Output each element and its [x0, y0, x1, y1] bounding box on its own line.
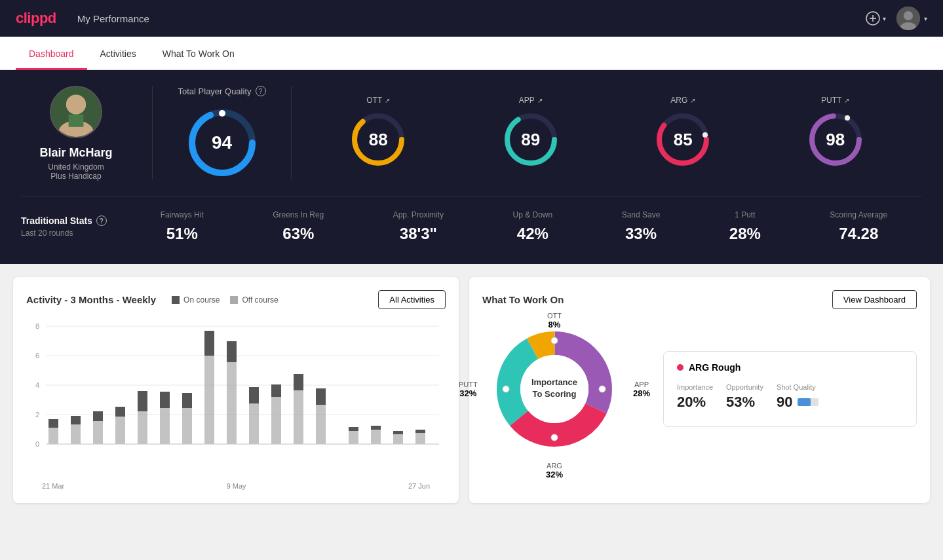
- tab-activities[interactable]: Activities: [87, 37, 149, 70]
- svg-point-19: [702, 132, 708, 138]
- x-label-3: 27 Jun: [408, 482, 430, 490]
- x-label-1: 21 Mar: [42, 482, 64, 490]
- donut-label-app: APP 28%: [633, 381, 650, 398]
- view-dashboard-button[interactable]: View Dashboard: [832, 290, 917, 309]
- svg-rect-53: [249, 403, 259, 444]
- donut-label-arg: ARG 32%: [546, 462, 563, 479]
- svg-rect-55: [271, 397, 281, 444]
- svg-rect-38: [71, 416, 81, 424]
- app-ring: 89: [501, 110, 560, 169]
- shot-quality-bar: [798, 398, 818, 406]
- ott-label: OTT ↗: [366, 96, 390, 105]
- total-quality-label: Total Player Quality ?: [178, 86, 266, 96]
- all-activities-button[interactable]: All Activities: [378, 290, 446, 309]
- svg-rect-41: [115, 417, 125, 444]
- svg-point-22: [845, 115, 850, 121]
- svg-rect-54: [249, 387, 259, 403]
- stat-fairways: Fairways Hit 51%: [161, 210, 204, 243]
- hero-top: Blair McHarg United Kingdom Plus Handica…: [21, 86, 922, 181]
- svg-point-79: [551, 434, 558, 441]
- svg-text:To Scoring: To Scoring: [533, 389, 577, 399]
- stat-updown-label: Up & Down: [513, 210, 553, 219]
- tab-dashboard[interactable]: Dashboard: [16, 37, 87, 70]
- logo: clippd: [16, 10, 56, 27]
- svg-point-7: [66, 94, 86, 114]
- shot-quality-bar-fill: [798, 398, 810, 406]
- total-quality-info-icon[interactable]: ?: [256, 86, 266, 96]
- user-menu[interactable]: ▾: [896, 7, 927, 30]
- svg-rect-61: [349, 431, 358, 444]
- metric-importance: Importance 20%: [677, 383, 713, 411]
- app-value: 89: [521, 130, 540, 150]
- nav-tabs: Dashboard Activities What To Work On: [0, 37, 943, 70]
- total-quality-ring: 94: [186, 107, 258, 179]
- hero-section: Blair McHarg United Kingdom Plus Handica…: [0, 70, 943, 264]
- svg-rect-43: [138, 411, 147, 444]
- avatar-chevron: ▾: [924, 15, 927, 22]
- svg-rect-48: [182, 393, 192, 408]
- sub-score-ott: OTT ↗ 88: [349, 96, 408, 169]
- legend-on-course: On course: [172, 295, 220, 305]
- header-title: My Performance: [77, 13, 149, 24]
- ts-info-icon[interactable]: ?: [96, 215, 107, 226]
- add-button[interactable]: ▾: [866, 11, 886, 26]
- svg-rect-57: [294, 390, 303, 444]
- svg-rect-39: [93, 421, 103, 444]
- metric-opportunity: Opportunity 53%: [726, 383, 763, 411]
- arg-value: 85: [674, 130, 693, 150]
- svg-rect-45: [160, 408, 170, 444]
- wtwo-title: What To Work On: [482, 294, 564, 305]
- stat-sandsave: Sand Save 33%: [622, 210, 661, 243]
- x-label-2: 9 May: [227, 482, 246, 490]
- tab-what-to-work-on[interactable]: What To Work On: [149, 37, 248, 70]
- svg-rect-66: [393, 431, 403, 434]
- svg-rect-37: [71, 424, 81, 444]
- svg-point-78: [599, 386, 606, 392]
- legend-off-course: Off course: [230, 295, 278, 305]
- putt-label: PUTT ↗: [821, 96, 849, 105]
- total-quality: Total Player Quality ? 94: [174, 86, 292, 179]
- sub-score-app: APP ↗ 89: [501, 96, 560, 169]
- svg-rect-62: [349, 427, 358, 431]
- activity-chart-title: Activity - 3 Months - Weekly: [26, 294, 156, 305]
- ts-period: Last 20 rounds: [21, 229, 126, 238]
- player-country: United Kingdom: [48, 162, 104, 172]
- player-handicap: Plus Handicap: [50, 172, 101, 181]
- player-avatar: [50, 86, 102, 138]
- putt-value: 98: [826, 130, 845, 150]
- svg-point-77: [551, 337, 558, 344]
- ott-value: 88: [369, 130, 388, 150]
- wtwo-content: Importance To Scoring OTT 8% APP: [482, 317, 917, 461]
- svg-point-4: [904, 11, 913, 20]
- stat-updown-value: 42%: [513, 225, 553, 243]
- header: clippd My Performance ▾ ▾: [0, 0, 943, 37]
- svg-rect-56: [271, 384, 281, 397]
- sub-score-putt: PUTT ↗ 98: [806, 96, 865, 169]
- stat-greens-label: Greens In Reg: [273, 210, 324, 219]
- info-card: ARG Rough Importance 20% Opportunity 53%…: [663, 351, 917, 427]
- stat-fairways-label: Fairways Hit: [161, 210, 204, 219]
- svg-rect-64: [371, 426, 381, 430]
- info-card-title: ARG Rough: [677, 362, 903, 373]
- svg-point-80: [503, 386, 509, 392]
- sub-scores: OTT ↗ 88 APP ↗: [292, 86, 922, 179]
- svg-rect-9: [69, 115, 84, 127]
- wtwo-top: What To Work On View Dashboard: [482, 290, 917, 309]
- traditional-stats: Traditional Stats ? Last 20 rounds Fairw…: [21, 196, 922, 243]
- donut-chart: Importance To Scoring: [482, 317, 626, 461]
- logo-text: clippd: [16, 10, 56, 27]
- arg-label: ARG ↗: [670, 96, 695, 105]
- stat-oneputt-label: 1 Putt: [729, 210, 761, 219]
- avatar: [896, 7, 920, 30]
- info-card-metrics: Importance 20% Opportunity 53% Shot Qual…: [677, 383, 903, 411]
- svg-rect-46: [160, 392, 170, 408]
- svg-rect-47: [182, 408, 192, 444]
- sub-score-arg: ARG ↗ 85: [653, 96, 712, 169]
- what-to-work-on-card: What To Work On View Dashboard: [469, 277, 930, 503]
- putt-ring: 98: [806, 110, 865, 169]
- svg-text:Importance: Importance: [531, 377, 577, 387]
- svg-rect-68: [415, 430, 425, 433]
- activity-legend: On course Off course: [172, 295, 279, 305]
- stat-sandsave-value: 33%: [622, 225, 661, 243]
- metric-shot-quality: Shot Quality 90: [777, 383, 818, 411]
